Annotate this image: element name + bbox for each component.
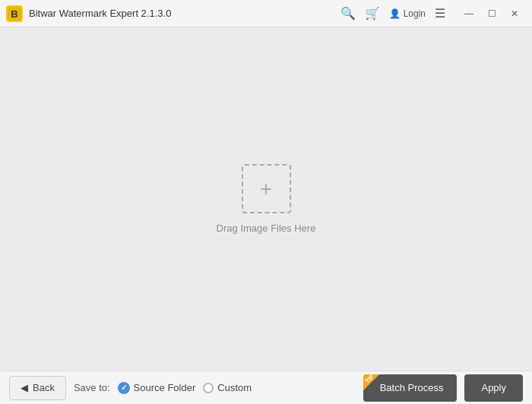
drop-zone-container: + Drag Image Files Here	[217, 164, 316, 234]
app-logo: B	[6, 5, 23, 22]
source-folder-option[interactable]: Source Folder	[118, 382, 196, 394]
source-folder-checkmark	[118, 382, 130, 394]
batch-process-button[interactable]: TIP Batch Process	[363, 374, 458, 402]
svg-text:B: B	[11, 8, 17, 20]
custom-radio	[203, 383, 214, 393]
cart-icon[interactable]: 🛒	[365, 6, 380, 21]
back-button[interactable]: ◀ Back	[9, 376, 66, 400]
custom-label: Custom	[217, 382, 252, 393]
window-controls: — ☐ ✕	[458, 3, 526, 24]
search-icon[interactable]: 🔍	[340, 6, 356, 21]
title-bar-icons: 🔍 🛒 👤 Login ☰	[340, 6, 445, 21]
title-bar: B Bitwar Watermark Expert 2.1.3.0 🔍 🛒 👤 …	[0, 0, 532, 27]
custom-option[interactable]: Custom	[203, 382, 252, 393]
save-to-label: Save to:	[74, 382, 110, 393]
bottom-bar: ◀ Back Save to: Source Folder Custom TIP…	[0, 371, 532, 404]
back-arrow-icon: ◀	[21, 382, 28, 393]
main-content: + Drag Image Files Here	[0, 27, 532, 371]
drop-zone-plus-icon: +	[260, 178, 272, 200]
login-label: Login	[404, 8, 426, 19]
source-folder-label: Source Folder	[134, 382, 196, 393]
menu-icon[interactable]: ☰	[435, 6, 445, 21]
login-button[interactable]: 👤 Login	[389, 8, 426, 19]
drop-zone-label: Drag Image Files Here	[217, 223, 316, 234]
maximize-button[interactable]: ☐	[480, 3, 503, 24]
close-button[interactable]: ✕	[503, 3, 526, 24]
minimize-button[interactable]: —	[458, 3, 480, 24]
app-title: Bitwar Watermark Expert 2.1.3.0	[29, 8, 340, 19]
apply-label: Apply	[481, 382, 506, 393]
apply-button[interactable]: Apply	[464, 374, 523, 402]
drop-zone[interactable]: +	[242, 164, 291, 213]
back-label: Back	[33, 382, 55, 393]
user-icon: 👤	[389, 8, 401, 19]
batch-process-label: Batch Process	[363, 382, 458, 393]
